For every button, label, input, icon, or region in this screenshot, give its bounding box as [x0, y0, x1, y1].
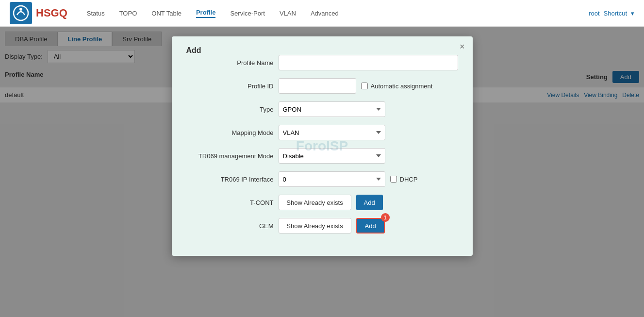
logo-text: HSGQ: [36, 7, 67, 19]
logo-area: HSGQ: [10, 2, 67, 24]
nav-topo[interactable]: TOPO: [119, 10, 137, 17]
auto-assign-label: Automatic assignment: [361, 83, 433, 90]
gem-add-button[interactable]: Add: [356, 218, 385, 234]
type-label: Type: [186, 106, 274, 113]
gem-badge-count: 1: [381, 213, 390, 222]
logo-icon: [10, 2, 32, 24]
auto-assign-text: Automatic assignment: [371, 83, 433, 90]
nav-profile[interactable]: Profile: [196, 9, 215, 18]
nav-status[interactable]: Status: [87, 10, 105, 17]
top-navigation: HSGQ Status TOPO ONT Table Profile Servi…: [0, 0, 644, 27]
dhcp-text: DHCP: [400, 176, 418, 183]
profile-id-label: Profile ID: [186, 83, 274, 90]
nav-links: Status TOPO ONT Table Profile Service-Po…: [87, 9, 589, 18]
tr069-management-mode-row: TR069 management Mode Disable Enable: [186, 148, 458, 164]
profile-name-label: Profile Name: [186, 59, 274, 67]
nav-shortcut[interactable]: Shortcut: [604, 10, 627, 17]
tcont-label: T-CONT: [186, 199, 274, 206]
nav-service-port[interactable]: Service-Port: [230, 10, 265, 17]
profile-id-input[interactable]: [279, 78, 356, 94]
tr069-management-mode-select[interactable]: Disable Enable: [279, 148, 385, 164]
nav-vlan[interactable]: VLAN: [280, 10, 296, 17]
add-modal: Add × ForoISP Profile Name Profile ID Au…: [172, 36, 473, 256]
mapping-mode-row: Mapping Mode VLAN GEM: [186, 125, 458, 140]
gem-label: GEM: [186, 222, 274, 230]
auto-assign-checkbox[interactable]: [361, 83, 368, 89]
type-row: Type GPON EPON XGS-PON: [186, 101, 458, 117]
nav-right: root Shortcut ▾: [589, 10, 634, 17]
dhcp-checkbox[interactable]: [390, 176, 397, 183]
tcont-show-button[interactable]: Show Already exists: [279, 195, 351, 210]
dhcp-label: DHCP: [390, 176, 418, 183]
nav-user[interactable]: root: [589, 10, 599, 17]
tcont-row: T-CONT Show Already exists Add: [186, 195, 458, 210]
mapping-mode-label: Mapping Mode: [186, 129, 274, 136]
gem-show-button[interactable]: Show Already exists: [279, 218, 351, 234]
gem-add-badge: Add 1: [356, 218, 385, 234]
profile-name-input[interactable]: [279, 55, 458, 70]
modal-overlay: Add × ForoISP Profile Name Profile ID Au…: [0, 27, 644, 317]
nav-ont-table[interactable]: ONT Table: [151, 10, 182, 17]
tr069-ip-interface-row: TR069 IP Interface 0 1 DHCP: [186, 171, 458, 187]
tcont-add-button[interactable]: Add: [356, 195, 383, 210]
tr069-management-mode-label: TR069 management Mode: [186, 152, 274, 160]
modal-title: Add: [186, 46, 201, 54]
profile-id-row: Profile ID Automatic assignment: [186, 78, 458, 94]
modal-close-button[interactable]: ×: [460, 42, 465, 51]
mapping-mode-select[interactable]: VLAN GEM: [279, 125, 385, 140]
nav-advanced[interactable]: Advanced: [311, 10, 339, 17]
tr069-ip-interface-label: TR069 IP Interface: [186, 176, 274, 183]
type-select[interactable]: GPON EPON XGS-PON: [279, 101, 385, 117]
chevron-down-icon: ▾: [631, 10, 634, 17]
main-content: DBA Profile Line Profile Srv Profile Dis…: [0, 27, 644, 317]
gem-row: GEM Show Already exists Add 1: [186, 218, 458, 234]
svg-point-1: [19, 8, 22, 11]
profile-name-row: Profile Name: [186, 55, 458, 70]
tr069-ip-interface-select[interactable]: 0 1: [279, 171, 385, 187]
